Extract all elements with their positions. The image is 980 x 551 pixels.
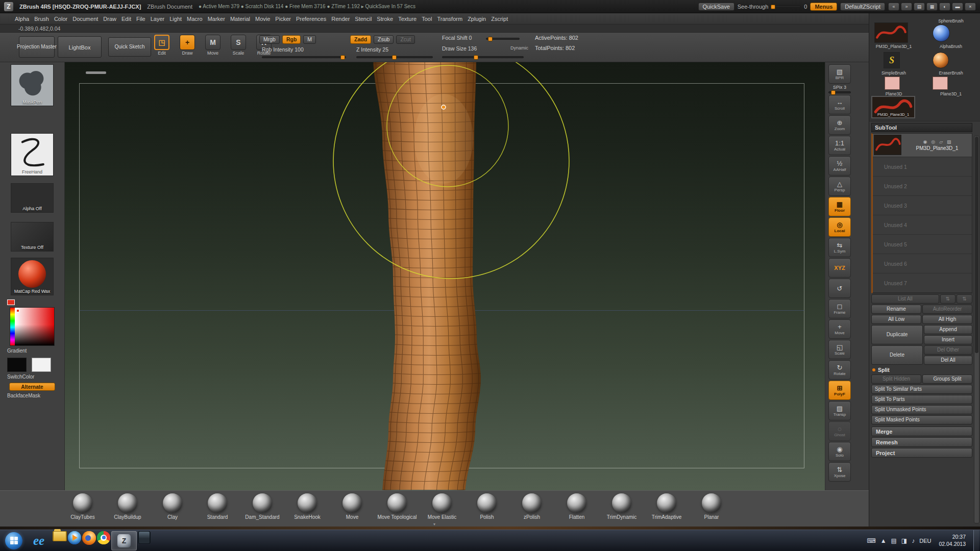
menu-item[interactable]: Alpha — [12, 16, 32, 22]
nav-button[interactable]: ½ AAHalf — [828, 156, 851, 176]
draw-size-slider[interactable] — [442, 56, 524, 58]
backfacemask-label[interactable]: BackfaceMask — [7, 393, 64, 398]
nav-button[interactable]: ↔ Scroll — [828, 95, 851, 114]
brush-button[interactable]: TrimDynamic — [599, 491, 644, 527]
rgb-intensity-slider[interactable] — [262, 56, 346, 58]
menu-item[interactable]: Preferences — [293, 16, 329, 22]
reorder-arrows-button[interactable]: ⇅ — [940, 294, 956, 304]
right-panel-scrollbar[interactable] — [974, 136, 979, 523]
nav-button[interactable]: ▨ Transp — [828, 401, 851, 420]
mode-button[interactable]: M Move — [202, 35, 224, 56]
tray-icon[interactable]: ♪ — [912, 537, 915, 544]
sculpt-mode-button[interactable]: Zsub — [374, 35, 394, 44]
switchcolor-label[interactable]: SwitchColor — [7, 374, 64, 380]
mode-button[interactable]: + Draw — [177, 35, 198, 56]
menu-item[interactable]: Stencil — [352, 16, 374, 22]
nav-button[interactable]: △ Persp — [828, 177, 851, 196]
material-selector-thumbnail[interactable]: MatCap Red Wax — [11, 258, 54, 295]
brush-button[interactable]: Standard — [195, 491, 240, 527]
window-icon-button[interactable]: ◐ — [939, 3, 950, 11]
menu-item[interactable]: Layer — [148, 16, 167, 22]
sculpt-mode-button[interactable]: Zcut — [396, 35, 414, 44]
default-zscript-button[interactable]: DefaultZScript — [840, 3, 885, 11]
alternate-button[interactable]: Alternate — [9, 383, 55, 391]
tool-thumb-plane3d[interactable] — [885, 77, 900, 90]
menu-item[interactable]: Document — [70, 16, 101, 22]
subtool-eye-icon[interactable]: ◉ — [923, 139, 927, 144]
tray-icon[interactable]: ▲ — [880, 537, 887, 544]
subtool-eye-icon[interactable]: ▨ — [947, 139, 951, 144]
subtool-eye-icon[interactable]: ◎ — [931, 139, 935, 144]
subtool-unused-row[interactable]: Unused 6 — [873, 254, 972, 273]
del-other-button[interactable]: Del Other — [924, 345, 972, 355]
language-indicator[interactable]: DEU — [919, 538, 931, 544]
split-action-button[interactable]: Split To Parts — [871, 395, 972, 404]
alpha-selector-thumbnail[interactable]: Alpha Off — [11, 183, 54, 213]
menu-item[interactable]: Zscript — [488, 16, 510, 22]
nav-button[interactable]: ◉ Solo — [828, 442, 851, 461]
taskbar-app-button[interactable] — [97, 531, 110, 544]
nav-button[interactable]: ↺ — [828, 279, 851, 298]
mode-button[interactable]: S Scale — [228, 35, 249, 56]
split-action-button[interactable]: Split To Similar Parts — [871, 385, 972, 394]
nav-button[interactable]: ◌ Ghost — [828, 421, 851, 441]
menu-item[interactable]: Stroke — [374, 16, 396, 22]
brush-button[interactable]: Clay — [150, 491, 195, 527]
menu-item[interactable]: File — [134, 16, 148, 22]
menu-item[interactable]: Light — [167, 16, 184, 22]
menu-item[interactable]: Material — [228, 16, 253, 22]
window-icon-button[interactable]: ▤ — [914, 3, 925, 11]
nav-button[interactable]: ⊞ PolyF — [828, 381, 851, 400]
taskbar-app-button[interactable] — [26, 531, 52, 550]
brush-button[interactable]: Polish — [464, 491, 509, 527]
split-action-button[interactable]: Split Masked Points — [871, 415, 972, 424]
menu-item[interactable]: Draw — [101, 16, 119, 22]
brush-button[interactable]: Move — [330, 491, 375, 527]
brush-button[interactable]: TrimAdaptive — [644, 491, 689, 527]
brush-button[interactable]: SnakeHook — [285, 491, 330, 527]
color-mode-button[interactable]: Mrgb — [259, 35, 280, 44]
show-desktop-button[interactable] — [973, 530, 979, 551]
nav-button[interactable]: ⇆ L.Sym — [828, 238, 851, 257]
tool-thumb-spherebrush[interactable] — [933, 24, 950, 42]
menu-item[interactable]: Marker — [205, 16, 228, 22]
menu-item[interactable]: Picker — [273, 16, 293, 22]
mode-button[interactable]: ◳ Edit — [151, 35, 173, 56]
brush-button[interactable]: zPolish — [509, 491, 554, 527]
menu-item[interactable]: Render — [329, 16, 352, 22]
saturation-value-area[interactable] — [15, 308, 54, 345]
all-high-button[interactable]: All High — [922, 315, 972, 324]
subsection-header[interactable]: Project — [871, 448, 972, 458]
subtool-header[interactable]: SubTool — [871, 123, 972, 132]
insert-button[interactable]: Insert — [924, 335, 972, 344]
taskbar-clock[interactable]: 20:37 02.04.2013 — [939, 534, 966, 547]
subtool-selected-row[interactable]: ◉◎▱▨ PM3D_Plane3D_1 — [873, 134, 972, 157]
brush-button[interactable]: Planar — [689, 491, 734, 527]
tool-thumb-plane3d-1[interactable] — [933, 77, 948, 90]
groups-split-button[interactable]: Groups Split — [922, 374, 972, 384]
taskbar-app-button[interactable] — [68, 531, 81, 544]
window-icon-button[interactable]: ▦ — [926, 3, 938, 11]
document-canvas[interactable] — [65, 62, 825, 490]
menu-item[interactable]: Color — [52, 16, 70, 22]
list-all-button[interactable]: List All — [871, 294, 939, 304]
stroke-freehand-thumbnail[interactable]: FreeHand — [11, 133, 54, 176]
window-icon-button[interactable]: ▬ — [952, 3, 963, 11]
split-section-header[interactable]: Split — [871, 366, 972, 373]
z-intensity-slider[interactable] — [356, 56, 433, 58]
color-mode-button[interactable]: M — [303, 35, 316, 44]
nav-button[interactable]: ◻ Frame — [828, 299, 851, 318]
menu-item[interactable]: Zplugin — [465, 16, 488, 22]
autoreorder-button[interactable]: AutoReorder — [922, 305, 972, 314]
strip-collapse-handle[interactable]: ▾ — [433, 522, 435, 527]
menu-item[interactable]: Transform — [434, 16, 465, 22]
subtool-unused-row[interactable]: Unused 5 — [873, 235, 972, 254]
window-icon-button[interactable]: « — [888, 3, 899, 11]
tool-thumb-pm3d-plane[interactable] — [874, 22, 908, 43]
focal-shift-slider[interactable] — [486, 38, 520, 40]
nav-button[interactable]: ⇅ Xpose — [828, 462, 851, 482]
main-color-swatch[interactable] — [7, 358, 27, 372]
nav-button[interactable]: ◱ Scale — [828, 340, 851, 359]
tray-icon[interactable]: ▤ — [891, 537, 897, 544]
taskbar-app-button[interactable] — [138, 531, 151, 544]
